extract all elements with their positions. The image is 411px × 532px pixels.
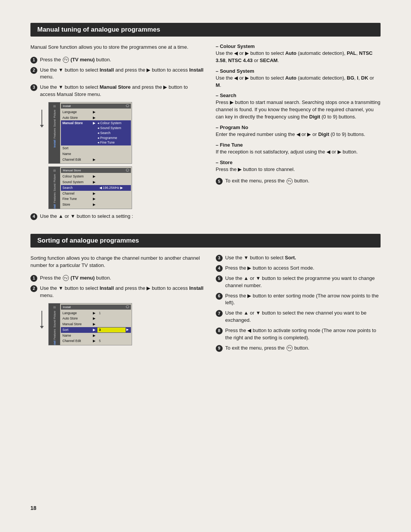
s2-step-num-9: 9	[216, 345, 223, 352]
screen1-row-sort: Sort	[61, 145, 131, 151]
step-num-5: 5	[216, 178, 223, 185]
sb-sound: Sound	[53, 119, 56, 127]
section2-content: Sorting function allows you to change th…	[30, 254, 381, 355]
step-4-text: Use the ▲ or ▼ button to select a settin…	[40, 213, 204, 220]
s2-step-4-text: Press the ▶ button to access Sort mode.	[225, 265, 381, 272]
bullet-store: Store Press the ▶ button to store channe…	[216, 160, 381, 173]
row-lang-label: Language	[62, 110, 93, 115]
sort-manual-arrow: ▶	[93, 322, 97, 327]
step-3-text: Use the ▼ button to select Manual Store …	[40, 84, 204, 98]
screen1-bottom-layout: ▤ Picture Sound Features Install Manual	[49, 167, 132, 209]
section1-intro: Manual Sore function allows you to store…	[30, 43, 204, 51]
arrow-line-1	[41, 110, 42, 125]
bullet-store-label: Store	[216, 160, 381, 165]
sort-sort-label: Sort	[62, 328, 93, 332]
bullet-programno-label: Program No	[216, 125, 381, 130]
s2-search-val: ◀ 196.25MHz ▶	[93, 185, 129, 190]
s2-step-9-text: To exit the menu, press the TV button.	[225, 345, 381, 352]
row-name-arrow	[93, 152, 97, 157]
sort-sort-val: 3	[97, 328, 126, 332]
s2-sound-arrow: ▶	[93, 180, 97, 185]
screen1-icon: 🖵	[126, 104, 129, 108]
sb2-install: Install	[53, 204, 56, 209]
s2-row-finetune: Fine Tune ▶	[61, 196, 131, 202]
s2-row-search: Search ◀ 196.25MHz ▶	[61, 185, 131, 191]
s2-step-5-text: Use the ▲ or ▼ button to select the prog…	[225, 275, 381, 289]
sort-screen-container: ▤ Picture Sound Features Install Install	[40, 303, 204, 346]
screen1-menu-header: Install 🖵	[61, 104, 131, 109]
section1-content: Manual Sore function allows you to store…	[30, 43, 381, 223]
step-1: 1 Press the TV (TV menu) button.	[30, 56, 204, 64]
s2-row-sound: Sound System ▶	[61, 179, 131, 185]
s2-step-2: 2 Use the ▼ button to select Install and…	[30, 285, 204, 299]
sort-row-auto: Auto Store ▶	[61, 316, 131, 321]
screen2-title: Manual Store	[63, 169, 81, 172]
sub-colour: ◂ Colour System	[97, 121, 129, 126]
step-num-2: 2	[30, 67, 37, 74]
tv-menu-icon-1: TV	[63, 57, 69, 63]
step-3: 3 Use the ▼ button to select Manual Stor…	[30, 84, 204, 98]
sort-main: Install 🖵 Language ▶ 1	[60, 304, 132, 345]
section-manual-tuning: Manual tuning of analogue programmes Man…	[30, 23, 381, 223]
sub-programme: ◂ Programme	[97, 136, 129, 141]
bullet-programno: Program No Enter the required number usi…	[216, 125, 381, 138]
bullet-sound: Sound System Use the ◀ or ▶ button to se…	[216, 68, 381, 89]
section2-left-col: Sorting function allows you to change th…	[30, 254, 204, 355]
s2-step-5: 5 Use the ▲ or ▼ button to select the pr…	[216, 275, 381, 289]
row-auto-arrow: ▶	[93, 115, 97, 120]
bullet-finetune: Fine Tune If the reception is not satisf…	[216, 142, 381, 156]
bullet-sound-label: Sound System	[216, 68, 381, 74]
s2-colour-label: Colour System	[62, 174, 93, 179]
bullet-store-content: Press the ▶ button to store channel.	[216, 166, 381, 173]
screen1-main: Install 🖵 Language ▶	[60, 102, 132, 164]
sort-name-label: Name	[62, 333, 93, 338]
s2-step-num-8: 8	[216, 328, 223, 334]
row-auto-label: Auto Store	[62, 115, 93, 120]
screen1-row-name: Name	[61, 151, 131, 157]
step-num-3: 3	[30, 84, 37, 91]
row-sort-label: Sort	[62, 146, 93, 151]
s2-row-store: Store ▶	[61, 202, 131, 208]
s2-search-label: Search	[62, 185, 93, 190]
s2-step-num-4: 4	[216, 265, 223, 272]
s2-step-num-7: 7	[216, 310, 223, 317]
sort-row-manual: Manual Store ▶	[61, 321, 131, 327]
s2-step-1: 1 Press the TV (TV menu) button.	[30, 275, 204, 282]
sort-lang-arrow: ▶	[93, 311, 97, 316]
s2-sound-label: Sound System	[62, 180, 93, 185]
screen1-row-language: Language ▶	[61, 109, 131, 115]
s2-step-num-6: 6	[216, 293, 223, 300]
s2-store-arrow: ▶	[93, 202, 97, 207]
row-ch-label: Channel Edit	[62, 157, 93, 162]
bullet-colour: Colour System Use the ◀ or ▶ button to s…	[216, 43, 381, 64]
s2-step-num-1: 1	[30, 275, 37, 282]
step-num-1: 1	[30, 57, 37, 64]
tv-menu-icon-s2-9: TV	[287, 345, 293, 351]
sb2-features: Features	[53, 192, 56, 203]
sort-row-name: Name ▶	[61, 333, 131, 339]
s2-step-num-2: 2	[30, 285, 37, 292]
sort-sb-icon: ▤	[53, 306, 56, 309]
row-lang-right	[97, 110, 129, 115]
sort-ch-label: Channel Edit	[62, 339, 93, 343]
screen1-bottom-sidebar: ▤ Picture Sound Features Install	[49, 167, 60, 209]
s2-finetune-label: Fine Tune	[62, 197, 93, 201]
s2-channel-arrow: ▶	[93, 191, 97, 196]
step-2-text: Use the ▼ button to select Install and p…	[40, 67, 204, 81]
s2-step-8-text: Press the ◀ button to activate sorting m…	[225, 327, 381, 342]
section1-right-col: Colour System Use the ◀ or ▶ button to s…	[216, 43, 381, 223]
step-4: 4 Use the ▲ or ▼ button to select a sett…	[30, 213, 204, 220]
s2-finetune-arrow: ▶	[93, 197, 97, 201]
sort-auto-label: Auto Store	[62, 316, 93, 321]
bullet-colour-label: Colour System	[216, 43, 381, 49]
s2-step-num-3: 3	[216, 255, 223, 262]
sb-install: Install	[53, 140, 56, 147]
s2-row-channel: Channel ▶	[61, 191, 131, 197]
row-manual-sub: ◂ Colour System ◂ Sound System ◂ Search …	[97, 121, 129, 145]
bullet-sound-content: Use the ◀ or ▶ button to select Auto (au…	[216, 75, 381, 89]
s2-row-colour: Colour System ▶	[61, 174, 131, 179]
tv-menu-icon-5: TV	[287, 178, 293, 184]
s2-step-3-text: Use the ▼ button to select Sort.	[225, 254, 381, 262]
sub-sound: ◂ Sound System	[97, 126, 129, 131]
sidebar-tv-icon: ▤	[53, 105, 56, 108]
